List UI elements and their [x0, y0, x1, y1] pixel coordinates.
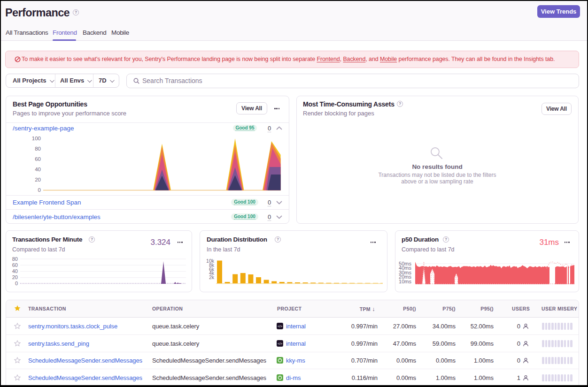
svg-text:</>: </> [278, 342, 282, 345]
svg-text:</>: </> [278, 325, 282, 328]
